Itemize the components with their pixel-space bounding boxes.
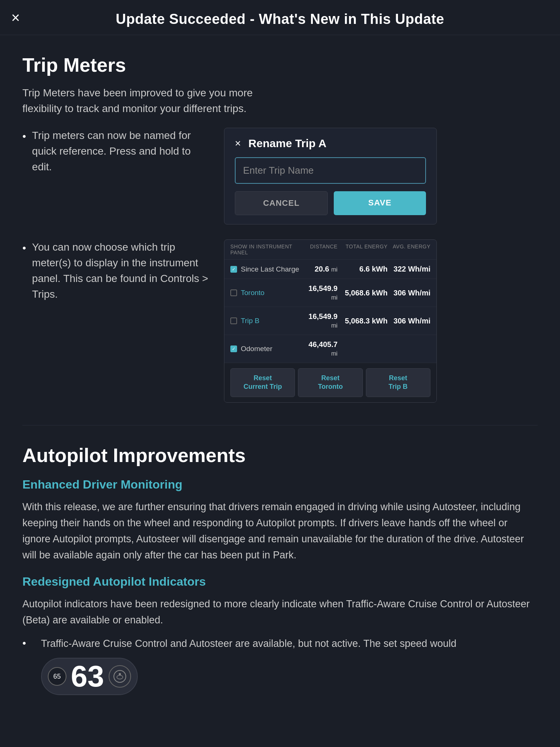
- col-header-avg-energy: AVG. ENERGY: [388, 244, 430, 255]
- trip-bullet2-layout: • You can now choose which trip meter(s)…: [22, 239, 538, 403]
- row-distance-3: 46,405.7 mi: [302, 340, 337, 357]
- rename-dialog: × Rename Trip A CANCEL SAVE: [224, 128, 437, 224]
- col-header-show: SHOW IN INSTRUMENT PANEL: [230, 244, 302, 255]
- trip-table: SHOW IN INSTRUMENT PANEL DISTANCE TOTAL …: [224, 239, 437, 403]
- bullet-item-2: • You can now choose which trip meter(s)…: [22, 239, 209, 302]
- table-row: Since Last Charge 20.6 mi 6.6 kWh: [224, 260, 436, 279]
- autopilot-bullet-row: • Traffic-Aware Cruise Control and Autos…: [22, 636, 538, 695]
- speed-set-circle: 65: [48, 667, 66, 686]
- trip-meters-section: Trip Meters Trip Meters have been improv…: [22, 54, 538, 403]
- trip-bullet1-layout: • Trip meters can now be named for quick…: [22, 128, 538, 224]
- row-label-text[interactable]: Toronto: [241, 289, 264, 297]
- checkbox-trip-b[interactable]: [230, 317, 237, 324]
- autopilot-section: Autopilot Improvements Enhanced Driver M…: [22, 444, 538, 695]
- row-label-toronto: Toronto: [230, 289, 302, 297]
- row-total-energy-0: 6.6 kWh: [337, 265, 388, 273]
- reset-buttons-container: ResetCurrent Trip ResetToronto ResetTrip…: [224, 363, 436, 402]
- rename-buttons: CANCEL SAVE: [235, 191, 426, 215]
- table-row: Odometer 46,405.7 mi: [224, 335, 436, 363]
- redesigned-indicators-body: Autopilot indicators have been redesigne…: [22, 596, 538, 628]
- bullet-dot-2: •: [22, 240, 26, 302]
- autopilot-bullet-dot: •: [22, 637, 26, 649]
- autopilot-title: Autopilot Improvements: [22, 444, 538, 467]
- row-label-text[interactable]: Trip B: [241, 317, 259, 325]
- enhanced-driver-monitoring-title: Enhanced Driver Monitoring: [22, 478, 538, 492]
- row-avg-energy-0: 322 Wh/mi: [388, 265, 430, 273]
- row-label-since-last-charge: Since Last Charge: [230, 265, 302, 273]
- table-row: Toronto 16,549.9 mi 5,068.6 kWh: [224, 279, 436, 307]
- col-header-total-energy: TOTAL ENERGY: [337, 244, 388, 255]
- row-distance-2: 16,549.9 mi: [302, 312, 337, 329]
- trip-meters-description: Trip Meters have been improved to give y…: [22, 85, 284, 117]
- row-label-text: Odometer: [241, 345, 272, 353]
- enhanced-driver-monitoring-body: With this release, we are further ensuri…: [22, 499, 538, 564]
- reset-trip-b-button[interactable]: ResetTrip B: [366, 368, 430, 397]
- row-total-energy-1: 5,068.6 kWh: [337, 289, 388, 297]
- rename-dialog-header: × Rename Trip A: [235, 137, 426, 150]
- rename-input[interactable]: [235, 157, 426, 184]
- speed-current-display: 63: [71, 661, 104, 691]
- checkbox-odometer[interactable]: [230, 345, 237, 352]
- bullet-dot-1: •: [22, 128, 26, 175]
- row-label-text: Since Last Charge: [241, 265, 299, 273]
- section-divider: [22, 425, 538, 425]
- bullet-text-1: Trip meters can now be named for quick r…: [32, 128, 209, 175]
- table-row: Trip B 16,549.9 mi 5,068.3 kWh: [224, 307, 436, 335]
- svg-point-2: [119, 673, 121, 675]
- row-avg-energy-1: 306 Wh/mi: [388, 289, 430, 297]
- reset-toronto-button[interactable]: ResetToronto: [298, 368, 363, 397]
- row-avg-energy-2: 306 Wh/mi: [388, 317, 430, 325]
- save-button[interactable]: SAVE: [334, 191, 426, 215]
- checkbox-toronto[interactable]: [230, 289, 237, 296]
- bullet-item-1: • Trip meters can now be named for quick…: [22, 128, 209, 175]
- autopilot-bullet-text: Traffic-Aware Cruise Control and Autoste…: [41, 636, 538, 695]
- row-total-energy-2: 5,068.3 kWh: [337, 317, 388, 325]
- checkbox-since-last-charge[interactable]: [230, 266, 237, 273]
- page-title: Update Succeeded - What's New in This Up…: [22, 11, 538, 27]
- rename-dialog-title: Rename Trip A: [248, 137, 326, 150]
- row-label-trip-b: Trip B: [230, 317, 302, 325]
- row-distance-0: 20.6 mi: [302, 265, 337, 273]
- close-icon[interactable]: ×: [11, 9, 20, 26]
- speed-indicator: 65 63: [41, 658, 138, 695]
- page-header: × Update Succeeded - What's New in This …: [0, 0, 560, 35]
- row-label-odometer: Odometer: [230, 345, 302, 353]
- reset-current-trip-button[interactable]: ResetCurrent Trip: [230, 368, 295, 397]
- bullet-text-2: You can now choose which trip meter(s) t…: [32, 239, 209, 302]
- cancel-button[interactable]: CANCEL: [235, 191, 328, 215]
- col-header-distance: DISTANCE: [302, 244, 337, 255]
- svg-point-1: [117, 675, 123, 679]
- trip-meters-title: Trip Meters: [22, 54, 538, 76]
- autopilot-icon: [109, 665, 131, 688]
- svg-point-0: [114, 670, 126, 682]
- rename-close-icon[interactable]: ×: [235, 137, 241, 149]
- row-distance-1: 16,549.9 mi: [302, 284, 337, 301]
- trip-table-header: SHOW IN INSTRUMENT PANEL DISTANCE TOTAL …: [224, 240, 436, 260]
- redesigned-indicators-title: Redesigned Autopilot Indicators: [22, 575, 538, 589]
